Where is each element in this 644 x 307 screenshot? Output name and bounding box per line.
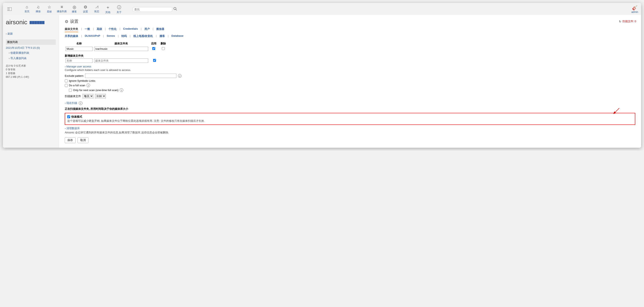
tab-general[interactable]: 一般 — [85, 26, 90, 32]
refresh-icon[interactable]: ↻ — [619, 20, 621, 23]
new-folder-path-input[interactable] — [94, 58, 148, 63]
tab-users[interactable]: 用户 — [144, 26, 150, 32]
tab-advanced[interactable]: 高级 — [97, 26, 102, 32]
save-button[interactable]: 保存 — [65, 137, 76, 143]
tab-transcoding[interactable]: 转码 — [121, 34, 127, 39]
folders-section: 名称 媒体文件夹 启用 删除 新增媒体文件夹 — [65, 41, 635, 143]
one-time-scan-label: Only for next scan (one-time full scan) — [73, 88, 118, 92]
info-icon[interactable]: i — [79, 102, 82, 105]
full-scan-checkbox[interactable] — [65, 84, 68, 87]
cancel-button[interactable]: 取消 — [78, 137, 88, 143]
tab-dlna[interactable]: DLNA/UPnP — [85, 34, 100, 39]
nav-playlist[interactable]: ≡播放列表 — [57, 4, 67, 14]
tab-database[interactable]: Database — [171, 34, 184, 39]
new-folder-enabled-checkbox[interactable] — [153, 59, 156, 62]
svg-rect-0 — [8, 8, 12, 11]
username: admin — [631, 10, 638, 14]
nav-about[interactable]: ⓘ关于 — [115, 4, 123, 14]
info-icon: ⓘ — [117, 4, 121, 10]
svg-line-3 — [176, 9, 177, 10]
list-icon: ≡ — [60, 4, 63, 9]
scan-status: ↻ 扫描文件: 0 — [619, 20, 636, 23]
star-icon: ☆ — [48, 4, 51, 10]
stats-artists: 总计有 0 位艺术家 — [6, 64, 56, 68]
search-box — [133, 7, 177, 12]
page-title: ⚙ 设置 — [65, 19, 635, 24]
sidebar-create-playlist-link[interactable]: 创建新播放列表 — [9, 50, 56, 56]
fast-mode-checkbox[interactable] — [67, 115, 70, 118]
col-enabled: 启用 — [149, 41, 158, 46]
clean-db-link[interactable]: 清理数据库 — [65, 126, 80, 130]
sidebar-playlist-item[interactable]: 2021年10月4日 下午3:15 (0) — [6, 46, 56, 50]
folder-delete-checkbox[interactable] — [162, 47, 165, 50]
user-menu[interactable]: 🎸 admin — [631, 5, 638, 14]
full-scan-row: Do a full scan i — [65, 84, 635, 87]
fast-mode-row: 快速模式 — [67, 115, 633, 119]
tabs-row-1: 媒体文件夹| 一般| 高级| 个性化| Credentials| 用户| 播放器 — [65, 26, 635, 32]
exclude-pattern-input[interactable] — [85, 74, 176, 78]
manage-access-desc: Configure which folders each user is all… — [65, 68, 635, 72]
nav-star[interactable]: ☆星标 — [46, 4, 53, 14]
one-time-scan-checkbox[interactable] — [69, 89, 72, 92]
app-body: airsonic ▮▮▮▮▮▮▮▮▮ 刷新 播放列表 2021年10月4日 下午… — [3, 15, 641, 148]
tab-sonos[interactable]: Sonos — [107, 34, 115, 39]
info-icon[interactable]: i — [178, 74, 182, 78]
scan-frequency-select[interactable]: 每天 — [82, 94, 93, 98]
manage-access-link[interactable]: Manage user access — [65, 65, 91, 68]
folder-row — [65, 46, 168, 52]
search-input[interactable] — [133, 7, 172, 12]
folder-path-input[interactable] — [94, 47, 148, 51]
nav-label: 首页 — [24, 10, 30, 13]
page-title-text: 设置 — [70, 19, 78, 24]
nav-label: 播放 — [36, 10, 41, 13]
tab-podcast[interactable]: 播客 — [160, 34, 165, 39]
activity-icon: ⩘ — [94, 4, 99, 9]
folder-name-input[interactable] — [66, 47, 92, 51]
nav-label: 关于 — [116, 10, 122, 14]
topbar: ⌂首页 ♫播放 ☆星标 ≡播放列表 ◎播客 ⚙设置 ⩘状态 ＋其他 ⓘ关于 🎸 … — [3, 3, 641, 15]
scan-schedule-label: 扫描媒体文件 — [65, 94, 81, 98]
stats-songs: 1 首歌曲 — [6, 71, 56, 75]
avatar-icon: 🎸 — [632, 5, 638, 10]
main-content: ↻ 扫描文件: 0 ⚙ 设置 媒体文件夹| 一般| 高级| 个性化| Crede… — [59, 15, 641, 148]
nav-label: 其他 — [106, 10, 110, 14]
ignore-symlinks-checkbox[interactable] — [65, 80, 68, 82]
podcast-icon: ◎ — [72, 4, 76, 10]
nav-podcast[interactable]: ◎播客 — [70, 4, 78, 14]
nav-more[interactable]: ＋其他 — [104, 4, 112, 14]
new-folder-name-input[interactable] — [66, 58, 92, 63]
scan-now-link[interactable]: 现在扫描 — [65, 101, 77, 105]
sidebar-toggle-button[interactable] — [6, 6, 13, 13]
logo-wave-icon: ▮▮▮▮▮▮▮▮▮ — [29, 20, 44, 25]
folders-table: 名称 媒体文件夹 启用 删除 — [65, 41, 168, 52]
nav-settings[interactable]: ⚙设置 — [82, 4, 89, 14]
home-icon: ⌂ — [26, 4, 28, 9]
tab-players[interactable]: 播放器 — [156, 26, 164, 32]
gear-icon: ⚙ — [84, 4, 87, 10]
nav-play[interactable]: ♫播放 — [34, 4, 42, 14]
scan-status-text: 扫描文件: 0 — [622, 20, 636, 23]
col-name: 名称 — [65, 41, 93, 46]
plus-icon: ＋ — [106, 4, 110, 10]
info-icon[interactable]: i — [120, 88, 123, 92]
app-window: ⌂首页 ♫播放 ☆星标 ≡播放列表 ◎播客 ⚙设置 ⩘状态 ＋其他 ⓘ关于 🎸 … — [3, 3, 641, 148]
tab-radio[interactable]: 线上电视/收音机 — [134, 34, 153, 39]
full-scan-label: Do a full scan — [69, 84, 85, 87]
music-icon: ♫ — [37, 4, 40, 9]
tab-personal[interactable]: 个性化 — [108, 26, 116, 32]
sidebar-refresh-link[interactable]: 刷新 — [6, 31, 56, 36]
ignore-symlinks-label: Ignore Symbolic Links — [69, 79, 95, 82]
sidebar-import-playlist-link[interactable]: 导入播放列表 — [9, 56, 56, 61]
nav-home[interactable]: ⌂首页 — [23, 4, 31, 14]
tab-shares[interactable]: 共享的媒体 — [65, 34, 78, 39]
one-time-scan-row: Only for next scan (one-time full scan) … — [69, 88, 635, 92]
info-icon[interactable]: i — [86, 84, 90, 87]
svg-line-4 — [614, 108, 619, 114]
tab-media-folders[interactable]: 媒体文件夹 — [65, 26, 78, 32]
scan-time-select[interactable]: 3:00 — [95, 94, 106, 98]
new-folder-label: 新增媒体文件夹 — [65, 54, 635, 58]
tab-credentials[interactable]: Credentials — [123, 26, 138, 32]
search-icon[interactable] — [174, 7, 177, 12]
folder-enabled-checkbox[interactable] — [152, 47, 155, 50]
nav-status[interactable]: ⩘状态 — [93, 4, 100, 14]
